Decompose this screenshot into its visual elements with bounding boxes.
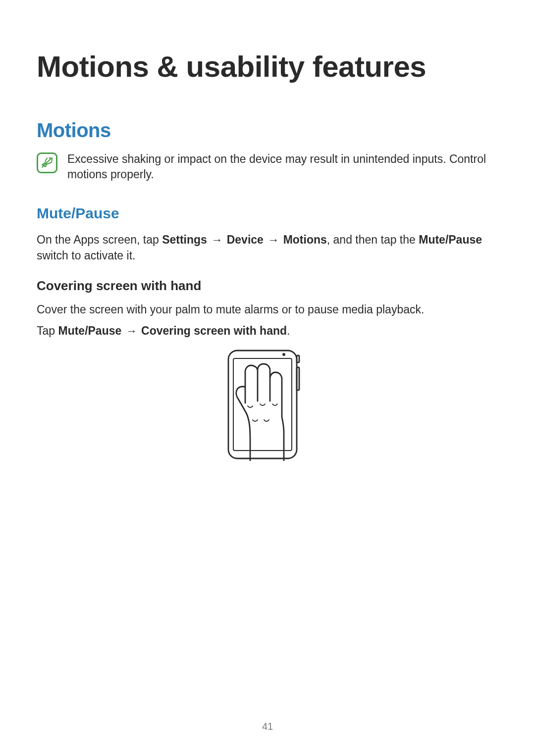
illustration-hand-on-tablet (37, 348, 498, 461)
arrow-icon: → (264, 233, 283, 246)
bold-covering: Covering screen with hand (141, 324, 287, 337)
svg-rect-0 (228, 351, 297, 458)
bold-settings: Settings (162, 233, 207, 246)
text-fragment: , and then tap the (327, 233, 419, 246)
page-number: 41 (0, 721, 535, 732)
svg-point-4 (283, 353, 285, 355)
document-page: Motions & usability features Motions Exc… (0, 0, 535, 756)
note-icon (37, 152, 57, 173)
page-title: Motions & usability features (37, 50, 498, 84)
svg-rect-2 (297, 355, 299, 362)
covering-paragraph-2: Tap Mute/Pause → Covering screen with ha… (37, 323, 498, 339)
text-fragment: Tap (37, 324, 58, 337)
text-fragment: On the Apps screen, tap (37, 233, 162, 246)
svg-rect-3 (297, 367, 299, 390)
text-fragment: switch to activate it. (37, 249, 135, 262)
section-heading-motions: Motions (37, 119, 498, 142)
bold-motions: Motions (283, 233, 327, 246)
covering-paragraph-1: Cover the screen with your palm to mute … (37, 302, 498, 317)
text-fragment: . (287, 324, 290, 337)
subheading-mute-pause: Mute/Pause (37, 205, 498, 222)
bold-mute-pause: Mute/Pause (419, 233, 482, 246)
arrow-icon: → (207, 233, 227, 246)
subheading-covering: Covering screen with hand (37, 278, 498, 294)
bold-mute-pause-2: Mute/Pause (58, 324, 121, 337)
mute-pause-intro: On the Apps screen, tap Settings → Devic… (37, 232, 498, 263)
arrow-icon: → (121, 324, 141, 337)
note-callout: Excessive shaking or impact on the devic… (37, 151, 498, 182)
note-text: Excessive shaking or impact on the devic… (67, 151, 498, 182)
bold-device: Device (227, 233, 264, 246)
